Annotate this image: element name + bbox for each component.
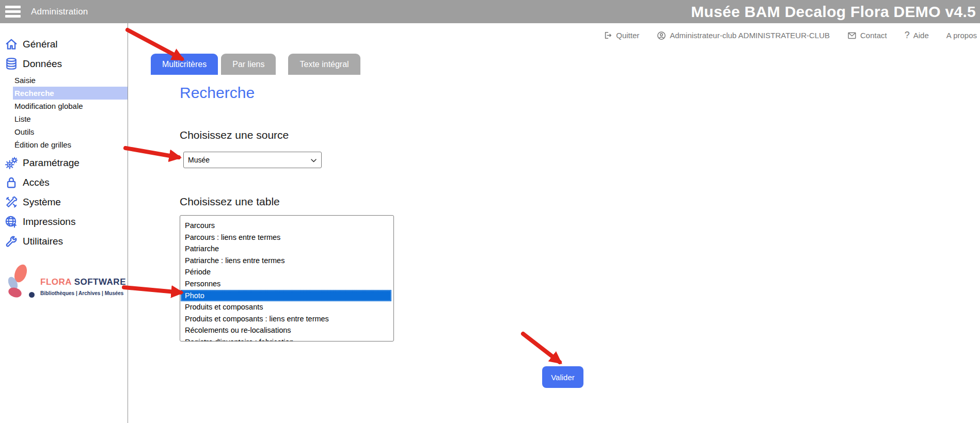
a-propos-link[interactable]: A propos xyxy=(946,31,977,40)
wrench-icon xyxy=(4,234,19,249)
list-option[interactable]: Parcours xyxy=(181,220,391,232)
search-tabs: Multicritères Par liens Texte intégral xyxy=(151,54,363,75)
sidebar-item-impressions[interactable]: Impressions xyxy=(0,212,128,232)
quitter-link[interactable]: Quitter xyxy=(604,31,639,40)
aide-link[interactable]: ? Aide xyxy=(905,30,929,41)
sidebar-item-modification-globale[interactable]: Modification globale xyxy=(13,100,128,112)
a-propos-label: A propos xyxy=(946,31,977,40)
sidebar: Général Données Saisie Recherche Modific… xyxy=(0,23,128,423)
list-option[interactable]: Période xyxy=(181,266,391,278)
sidebar-item-donnees[interactable]: Données xyxy=(0,54,128,74)
page-title: Recherche xyxy=(180,84,255,102)
user-account-label: Administrateur-club ADMINISTRATEUR-CLUB xyxy=(670,31,830,40)
mail-icon xyxy=(847,31,857,40)
logo-brand-secondary: SOFTWARE xyxy=(74,277,126,287)
gears-icon xyxy=(4,156,19,170)
list-option[interactable]: Récolements ou re-localisations xyxy=(181,324,391,336)
table-listbox[interactable]: Parcours Parcours : liens entre termes P… xyxy=(180,215,394,341)
table-heading: Choisissez une table xyxy=(180,196,280,208)
source-select[interactable]: Musée xyxy=(183,152,322,168)
tools-icon xyxy=(4,195,19,209)
annotation-arrows-overlay xyxy=(0,0,980,423)
sidebar-item-general[interactable]: Général xyxy=(0,35,128,54)
annotation-arrow-select xyxy=(125,148,179,157)
tab-texte-integral[interactable]: Texte intégral xyxy=(288,54,360,75)
tab-par-liens[interactable]: Par liens xyxy=(221,54,276,75)
source-select-value: Musée xyxy=(188,156,210,164)
sidebar-item-utilitaires[interactable]: Utilitaires xyxy=(0,232,128,251)
sidebar-item-label: Utilitaires xyxy=(23,236,63,247)
valider-button[interactable]: Valider xyxy=(542,366,583,388)
home-icon xyxy=(4,37,19,52)
globe-upload-icon xyxy=(4,215,19,229)
tab-multicriteres[interactable]: Multicritères xyxy=(151,54,218,75)
sidebar-item-label: Accès xyxy=(23,177,50,188)
aide-label: Aide xyxy=(913,31,929,40)
utility-bar: Quitter Administrateur-club ADMINISTRATE… xyxy=(604,30,977,41)
sidebar-item-recherche-selected[interactable]: Recherche xyxy=(13,87,128,100)
lock-icon xyxy=(4,175,19,190)
list-option[interactable]: Personnes xyxy=(181,278,391,290)
logo-brand-primary: FLORA xyxy=(40,277,71,287)
list-option[interactable]: Produits et composants xyxy=(181,301,391,313)
hamburger-menu-icon[interactable] xyxy=(5,6,21,18)
section-title: Administration xyxy=(31,0,88,23)
app-title: Musée BAM Decalog Flora DEMO v4.5 xyxy=(691,0,976,23)
sidebar-item-edition-de-grilles[interactable]: Édition de grilles xyxy=(13,138,128,151)
sidebar-item-label: Impressions xyxy=(23,216,75,227)
logo-dot xyxy=(29,292,35,298)
sidebar-item-label: Général xyxy=(23,39,58,50)
sidebar-item-outils[interactable]: Outils xyxy=(13,125,128,138)
list-option[interactable]: Produits et composants : liens entre ter… xyxy=(181,313,391,325)
list-option-photo-selected[interactable]: Photo xyxy=(181,290,391,302)
sidebar-item-acces[interactable]: Accès xyxy=(0,173,128,192)
logo-brand: FLORA SOFTWARE xyxy=(40,277,126,287)
database-icon xyxy=(4,57,19,71)
user-account-link[interactable]: Administrateur-club ADMINISTRATEUR-CLUB xyxy=(657,31,830,40)
sidebar-item-label: Données xyxy=(23,58,62,70)
sidebar-item-liste[interactable]: Liste xyxy=(13,112,128,125)
sidebar-item-parametrage[interactable]: Paramétrage xyxy=(0,153,128,173)
list-option[interactable]: Patriarche xyxy=(181,243,391,255)
sidebar-item-label: Paramétrage xyxy=(23,157,80,169)
list-option-clipped-bottom[interactable]: Registre d'inventaire : fabrication xyxy=(181,336,391,341)
sidebar-donnees-submenu: Saisie Recherche Modification globale Li… xyxy=(0,74,128,151)
annotation-arrow-valider xyxy=(523,334,560,362)
source-heading: Choisissez une source xyxy=(180,129,289,141)
quitter-label: Quitter xyxy=(616,31,639,40)
flora-software-logo: FLORA SOFTWARE Bibliothèques | Archives … xyxy=(0,262,128,303)
sidebar-item-saisie[interactable]: Saisie xyxy=(13,74,128,87)
logout-icon xyxy=(604,31,612,40)
list-option[interactable]: Parcours : liens entre termes xyxy=(181,232,391,243)
sidebar-item-systeme[interactable]: Système xyxy=(0,192,128,212)
user-icon xyxy=(657,31,666,40)
annotation-arrow-photo xyxy=(124,287,181,292)
contact-link[interactable]: Contact xyxy=(847,31,887,40)
top-bar: Administration Musée BAM Decalog Flora D… xyxy=(0,0,980,23)
logo-tagline: Bibliothèques | Archives | Musées xyxy=(40,290,123,296)
chevron-down-icon xyxy=(311,159,317,162)
flora-flower-icon xyxy=(6,264,30,301)
contact-label: Contact xyxy=(860,31,887,40)
help-icon: ? xyxy=(905,30,910,41)
list-option[interactable]: Patriarche : liens entre termes xyxy=(181,255,391,267)
sidebar-item-label: Système xyxy=(23,197,61,208)
